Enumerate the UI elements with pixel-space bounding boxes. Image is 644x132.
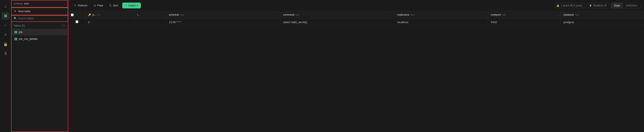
col-type-schedule: text xyxy=(180,14,184,16)
th-nodename: nodename text ⌄ xyxy=(394,11,488,19)
th-id: 🔑 jo... ⬡ ⌄ xyxy=(86,11,135,19)
rls-label: 1 active RLS policy xyxy=(560,4,582,7)
home-nav-icon[interactable]: ⌂ xyxy=(2,3,10,10)
tab-data[interactable]: Data xyxy=(611,3,623,8)
table-sidebar: schema cron ⌄ ✎ New table 🔍 Tables (2) ⌃… xyxy=(11,0,68,132)
main-content: ↻ Refresh ⊟ Filter ⇅ Sort ✓ Insert ▾ 🔒 1… xyxy=(68,0,644,132)
sort-label: Sort xyxy=(113,4,118,7)
cell-schedule[interactable]: 13 00 * * * xyxy=(166,19,280,26)
tables-header-actions: ⌃ ↻ xyxy=(60,24,66,27)
table-grid-icon xyxy=(14,31,17,33)
filter-icon: ⊟ xyxy=(94,4,96,7)
search-tables-input[interactable] xyxy=(18,17,66,20)
schema-label: schema xyxy=(14,2,22,5)
lock-nav-icon[interactable]: 🔒 xyxy=(2,40,10,48)
schema-selector[interactable]: schema cron ⌄ xyxy=(11,0,68,8)
sort-button[interactable]: ⇅ Sort xyxy=(107,3,120,8)
cell-nodeport[interactable]: 5432 xyxy=(488,19,561,26)
primary-key-icon: 🔑 xyxy=(88,14,91,16)
refresh-button[interactable]: ↻ Refresh xyxy=(72,3,90,8)
insert-button[interactable]: ✓ Insert ▾ xyxy=(122,3,141,8)
table-grid-icon-2 xyxy=(14,38,17,40)
fk-icon: ⬡ xyxy=(98,14,100,16)
table-item-job-run-details[interactable]: job_run_details xyxy=(12,36,67,42)
search-tables-container: 🔍 xyxy=(11,15,68,22)
th-schedule: schedule text ⌄ xyxy=(166,11,280,19)
cell-id[interactable]: 2 xyxy=(86,19,135,26)
tab-definition[interactable]: Definition xyxy=(623,3,640,8)
th-i: i... ⌄ xyxy=(134,11,166,19)
icon-sidebar: ⌂ ▷ ≡ 🔒 🗄 xyxy=(0,0,11,132)
col-chevron-i[interactable]: ⌄ xyxy=(162,14,164,16)
search-icon: 🔍 xyxy=(14,17,17,20)
sort-icon: ⇅ xyxy=(109,4,112,7)
realtime-label: Realtime off xyxy=(593,4,607,7)
col-type-nodename: text xyxy=(411,14,414,16)
select-all-checkbox[interactable] xyxy=(71,14,74,16)
cell-command[interactable]: select hello_world(); xyxy=(280,19,394,26)
col-name-command: command xyxy=(283,13,294,16)
schema-value: cron xyxy=(24,2,62,5)
filter-button[interactable]: ⊟ Filter xyxy=(91,3,106,8)
col-name-database: database xyxy=(564,13,574,16)
row-checkbox[interactable] xyxy=(76,20,78,23)
tables-count-label: Tables (2) xyxy=(14,24,59,27)
insert-chevron-icon: ▾ xyxy=(137,4,138,7)
lock-icon: 🔒 xyxy=(556,4,560,7)
col-chevron-nodeport[interactable]: ⌄ xyxy=(556,14,558,16)
col-type-nodeport: int4 xyxy=(502,14,506,16)
refresh-label: Refresh xyxy=(78,4,88,7)
table-name-job: job xyxy=(19,30,61,34)
list-nav-icon[interactable]: ≡ xyxy=(2,31,10,39)
tab-group: Data Definition xyxy=(611,3,640,8)
toolbar: ↻ Refresh ⊟ Filter ⇅ Sort ✓ Insert ▾ 🔒 1… xyxy=(68,0,644,11)
realtime-icon: ⚡ xyxy=(589,4,592,7)
realtime-badge[interactable]: ⚡ Realtime off xyxy=(586,3,609,8)
th-command: command text ⌄ xyxy=(280,11,394,19)
insert-label: Insert xyxy=(128,4,136,7)
table-name-job-run-details: job_run_details xyxy=(19,37,65,40)
col-name-i: i... xyxy=(137,13,140,16)
col-type-database: text xyxy=(575,14,579,16)
col-type-command: text xyxy=(296,14,300,16)
col-name-nodeport: nodeport xyxy=(491,13,501,16)
cell-database[interactable]: postgres xyxy=(561,19,644,26)
col-name-nodename: nodename xyxy=(397,13,410,16)
data-table: 🔑 jo... ⬡ ⌄ i... ⌄ xyxy=(68,11,644,26)
col-chevron-schedule[interactable]: ⌄ xyxy=(276,14,278,16)
table-list: job ⌄ job_run_details xyxy=(11,29,68,132)
cell-nodename[interactable]: localhost xyxy=(394,19,488,26)
new-table-label: New table xyxy=(18,10,30,13)
collapse-all-icon[interactable]: ⌃ xyxy=(60,24,62,27)
table-area: 🔑 jo... ⬡ ⌄ i... ⌄ xyxy=(68,11,644,132)
col-chevron-command[interactable]: ⌄ xyxy=(390,14,392,16)
filter-label: Filter xyxy=(97,4,104,7)
table-nav-icon[interactable] xyxy=(2,12,10,20)
col-name-schedule: schedule xyxy=(169,13,179,16)
table-chevron-icon: ⌄ xyxy=(63,31,65,33)
th-checkbox xyxy=(68,11,86,19)
tables-header: Tables (2) ⌃ ↻ xyxy=(11,22,68,29)
table-item-job[interactable]: job ⌄ xyxy=(12,29,67,35)
th-nodeport: nodeport int4 ⌄ xyxy=(488,11,561,19)
storage-nav-icon[interactable]: 🗄 xyxy=(2,50,10,57)
toolbar-right: 🔒 1 active RLS policy ⚡ Realtime off Dat… xyxy=(554,3,640,8)
col-chevron-id[interactable]: ⌄ xyxy=(130,14,132,16)
refresh-tables-icon[interactable]: ↻ xyxy=(63,24,66,27)
insert-checkmark-icon: ✓ xyxy=(125,4,127,7)
col-chevron-nodename[interactable]: ⌄ xyxy=(484,14,486,16)
th-database: database text xyxy=(561,11,644,19)
col-name-jo: jo... xyxy=(92,13,96,16)
edit-icon: ✎ xyxy=(14,10,16,13)
rls-badge[interactable]: 🔒 1 active RLS policy xyxy=(554,3,585,8)
schema-chevron-icon: ⌄ xyxy=(64,3,66,5)
table-row: 2 13 00 * * * select hello_world(); loca… xyxy=(68,19,644,26)
new-table-button[interactable]: ✎ New table xyxy=(11,8,68,15)
terminal-nav-icon[interactable]: ▷ xyxy=(2,21,10,29)
cell-i[interactable] xyxy=(134,19,166,26)
refresh-icon: ↻ xyxy=(74,4,76,7)
row-checkbox-cell xyxy=(68,19,86,26)
